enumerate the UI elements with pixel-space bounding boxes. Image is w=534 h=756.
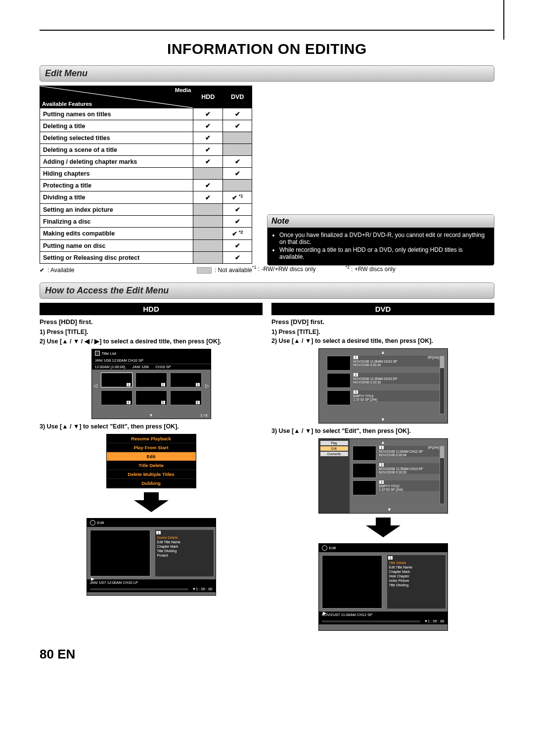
edit-thumbnail	[322, 555, 382, 609]
feature-cell	[193, 168, 223, 180]
svg-marker-2	[366, 518, 400, 537]
edit-option: Chapter Mark	[155, 544, 214, 549]
dvd-thumbnail	[327, 390, 351, 405]
feature-label: Setting or Releasing disc protect	[40, 252, 193, 264]
feature-cell	[223, 156, 252, 168]
feature-cell	[193, 180, 223, 191]
feature-cell	[223, 132, 252, 144]
dvd-step1: 1) Press [TITLE].	[271, 329, 494, 335]
feature-cell	[193, 144, 223, 156]
footnote1-mark: *1	[252, 265, 257, 270]
arrow-up-icon: ▲	[381, 350, 385, 355]
feature-cell	[223, 216, 252, 228]
edit-bar-track	[322, 620, 420, 622]
feature-label: Protecting a title	[40, 180, 193, 191]
title-list-ch: CH10 SP	[156, 365, 171, 369]
edit-thumbnail	[90, 530, 150, 576]
note-item: Once you have finalized a DVD+R/ DVD-R, …	[279, 232, 489, 245]
hdd-title-list-screen: Title List JAN/ 1/08 12:00AM CH10 SP 12:…	[91, 349, 211, 419]
header-media: Media	[175, 87, 191, 93]
hdd-edit-options: 1Scene DeleteEdit Title NameChapter Mark…	[155, 530, 214, 576]
edit-icon	[322, 545, 327, 551]
feature-label: Setting an index picture	[40, 204, 193, 216]
legend-check-icon	[40, 267, 44, 274]
feature-cell	[223, 204, 252, 216]
feature-label: Dividing a title	[40, 191, 193, 204]
hdd-edit-screen: Edit 1Scene DeleteEdit Title NameChapter…	[87, 518, 216, 596]
dvd-title-row: 1SP(2Hr)NOV/21/08 11:00AM CH12 SPNOV/21/…	[327, 356, 440, 371]
page-title: INFORMATION ON EDITING	[40, 41, 494, 57]
dvd-edit-options: 1Title DeleteEdit Title NameChapter Mark…	[387, 555, 445, 609]
edit-option: Edit Title Name	[387, 565, 445, 569]
corner-rule	[503, 0, 504, 40]
dvd-title-list-screen: ▲ 1SP(2Hr)NOV/21/08 11:00AM CH12 SPNOV/2…	[318, 348, 448, 424]
title-cell: 1	[101, 373, 133, 387]
svg-marker-1	[134, 492, 169, 512]
title-list-time: 12:00AM (1:00:00)	[95, 365, 126, 369]
feature-cell	[193, 132, 223, 144]
dvd-edit-footer-time: 1 : 05 : 00	[428, 619, 444, 623]
big-arrow-icon	[271, 518, 494, 539]
dvd-thumbnail	[353, 446, 376, 461]
play-icon: ▶	[91, 576, 94, 581]
section-edit-menu: Edit Menu	[40, 65, 494, 82]
edit-option: Protect	[155, 553, 214, 558]
note-box: Note Once you have finalized a DVD+R/ DV…	[267, 214, 494, 266]
title-list-line1: JAN/ 1/08 12:00AM CH10 SP	[92, 357, 211, 364]
feature-label: Deleting a title	[40, 120, 193, 132]
dvd-play-edit-screen: ▲ PlayEditOverwrite 1SP(2Hr)NOV/21/08 11…	[318, 438, 448, 514]
arrow-down-icon: ▼	[381, 417, 385, 422]
feature-cell	[193, 120, 223, 132]
edit-option: Title Dividing	[155, 549, 214, 553]
dvd-step3: 3) Use [▲ / ▼] to select "Edit", then pr…	[271, 427, 494, 434]
feature-label: Deleting a scene of a title	[40, 144, 193, 156]
title-list-date: JAN/ 1/08	[133, 365, 149, 369]
dvd-thumbnail	[327, 373, 351, 388]
feature-cell	[193, 191, 223, 204]
feature-cell	[193, 252, 223, 264]
feature-cell	[223, 240, 252, 252]
page-lang: EN	[57, 647, 75, 662]
feature-label: Deleting selected titles	[40, 132, 193, 144]
edit-option: Title Dividing	[387, 583, 445, 587]
title-list-title: Title List	[102, 351, 117, 356]
feature-cell	[193, 240, 223, 252]
edit-option: Title Delete	[387, 561, 445, 565]
hdd-step1: 1) Press [TITLE].	[40, 329, 263, 335]
feature-cell	[223, 168, 252, 180]
feature-label: Hiding chapters	[40, 168, 193, 180]
edit-option: Hide Chapter	[387, 574, 445, 578]
title-cell: 2	[135, 373, 167, 387]
hdd-edit-footer-time: 1 : 05 : 00	[196, 587, 212, 591]
arrow-down-icon: ▼	[387, 507, 392, 512]
arrow-left-icon: ◁	[93, 383, 97, 388]
feature-cell	[193, 216, 223, 228]
menu-item: Title Delete	[107, 461, 196, 470]
title-cell: 4	[101, 390, 133, 405]
col-hdd: HDD	[193, 86, 223, 108]
col-dvd: DVD	[223, 86, 252, 108]
dvd-edit-screen: Edit 1Title DeleteEdit Title NameChapter…	[318, 543, 448, 631]
dvd-thumbnail	[353, 480, 376, 495]
legend-grey-swatch	[197, 267, 212, 274]
scrollbar	[440, 446, 445, 504]
note-heading: Note	[267, 215, 494, 228]
feature-label: Putting name on disc	[40, 240, 193, 252]
feature-cell	[193, 156, 223, 168]
note-item: While recording a title to an HDD or a D…	[279, 246, 489, 260]
hdd-popup-menu: Resume PlaybackPlay From StartEditTitle …	[106, 434, 196, 488]
edit-icon	[90, 520, 95, 525]
dvd-thumbnail	[353, 463, 376, 478]
legend: : Available : Not available	[40, 267, 252, 274]
dvd-pe-menu-item: Edit	[320, 446, 348, 451]
dvd-title-row: 2NOV/22/08 11:35AM CH13 EPNOV/22/08 0:10…	[353, 463, 440, 478]
feature-cell	[223, 144, 252, 156]
dvd-play-edit-menu: PlayEditOverwrite	[319, 439, 350, 513]
scrollbar	[440, 356, 445, 414]
feature-table: Media Available Features HDD DVD Putting…	[40, 86, 252, 264]
feature-cell	[223, 252, 252, 264]
footnote2-mark: *2	[345, 265, 350, 270]
legend-not-available: : Not available	[215, 267, 252, 274]
edit-option: Scene Delete	[155, 535, 214, 540]
feature-cell	[193, 108, 223, 120]
